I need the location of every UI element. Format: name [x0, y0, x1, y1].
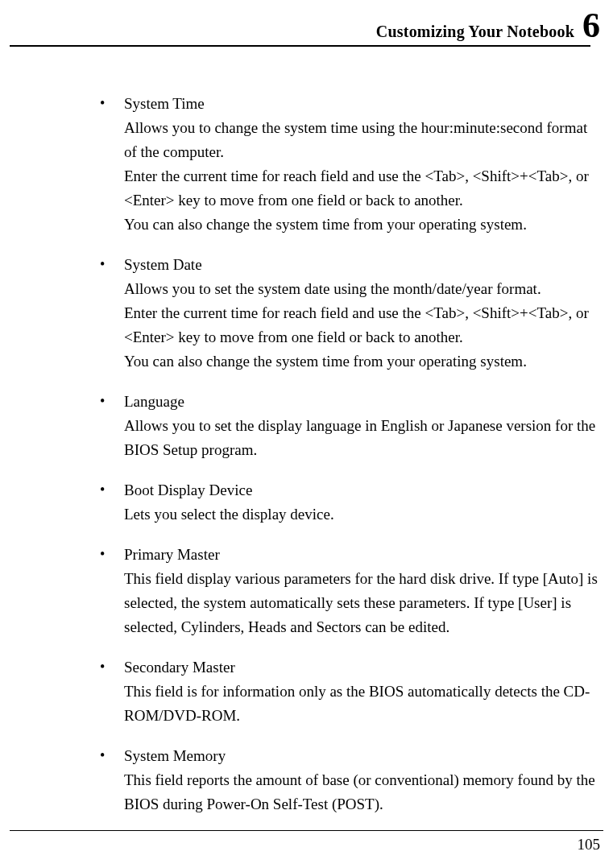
item-title: Language — [124, 390, 600, 414]
page-footer: 105 — [10, 830, 603, 854]
list-item: • System Date Allows you to set the syst… — [97, 253, 600, 374]
list-item: • Secondary Master This field is for inf… — [97, 655, 600, 728]
bullet-icon: • — [97, 390, 124, 462]
item-body: Language Allows you to set the display l… — [124, 390, 600, 462]
bullet-icon: • — [97, 543, 124, 639]
list-item: • System Memory This field reports the a… — [97, 744, 600, 816]
item-body: System Date Allows you to set the system… — [124, 253, 600, 374]
chapter-number: 6 — [582, 8, 600, 43]
list-item: • Primary Master This field display vari… — [97, 543, 600, 639]
item-desc: Allows you to change the system time usi… — [124, 116, 600, 237]
item-body: Boot Display Device Lets you select the … — [124, 478, 600, 527]
item-desc: This field is for information only as th… — [124, 680, 600, 728]
chapter-title: Customizing Your Notebook — [376, 23, 574, 41]
page-header: Customizing Your Notebook 6 — [0, 0, 613, 47]
list-item: • System Time Allows you to change the s… — [97, 92, 600, 237]
bullet-icon: • — [97, 655, 124, 728]
bullet-icon: • — [97, 478, 124, 527]
item-body: System Memory This field reports the amo… — [124, 744, 600, 816]
content-area: • System Time Allows you to change the s… — [0, 47, 613, 816]
bullet-icon: • — [97, 92, 124, 237]
item-desc: Allows you to set the system date using … — [124, 277, 600, 374]
bullet-icon: • — [97, 744, 124, 816]
item-desc: This field display various parameters fo… — [124, 567, 600, 639]
list-item: • Boot Display Device Lets you select th… — [97, 478, 600, 527]
item-body: Primary Master This field display variou… — [124, 543, 600, 639]
header-line: Customizing Your Notebook 6 — [0, 8, 600, 43]
item-desc: This field reports the amount of base (o… — [124, 768, 600, 816]
item-body: Secondary Master This field is for infor… — [124, 655, 600, 728]
item-title: Boot Display Device — [124, 478, 600, 502]
item-body: System Time Allows you to change the sys… — [124, 92, 600, 237]
item-title: System Date — [124, 253, 600, 277]
item-desc: Allows you to set the display language i… — [124, 414, 600, 462]
item-title: Secondary Master — [124, 655, 600, 680]
item-title: System Memory — [124, 744, 600, 768]
bullet-icon: • — [97, 253, 124, 374]
list-item: • Language Allows you to set the display… — [97, 390, 600, 462]
page-number: 105 — [10, 831, 603, 854]
item-title: System Time — [124, 92, 600, 116]
item-title: Primary Master — [124, 543, 600, 567]
item-desc: Lets you select the display device. — [124, 502, 600, 527]
